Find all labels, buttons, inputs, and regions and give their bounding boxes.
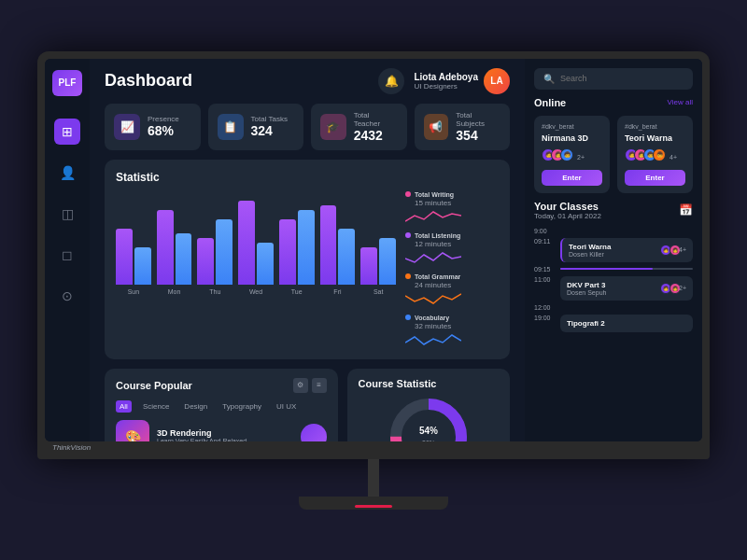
time-slot-0915: 09:15 xyxy=(534,266,693,273)
course-statistic-title: Course Statistic xyxy=(359,378,499,389)
legend-grammar: Total Grammar 24 minutes xyxy=(405,273,499,307)
stat-card-presence: 📈 Presence 68% xyxy=(105,104,201,150)
label-tue: Tue xyxy=(279,288,315,295)
time-slot-0911: 09:11 Teori Warna Dosen Killer 🧑 👩 xyxy=(534,238,693,262)
course-circle xyxy=(301,424,327,441)
bars-container xyxy=(116,191,396,285)
monitor-shell: PLF ⊞ 👤 ◫ ◻ ⊙ Dashboard 🔔 Liota Adeboya xyxy=(37,51,710,510)
bar-sun-blue xyxy=(134,247,151,285)
sidebar-item-home[interactable]: ⊞ xyxy=(54,119,80,145)
view-all-link[interactable]: View all xyxy=(668,98,693,106)
teacher-value: 2432 xyxy=(354,128,398,143)
teori-name: Teori Warna xyxy=(625,133,685,143)
avatar-3: 🧒 xyxy=(560,148,573,161)
bar-mon-purple xyxy=(157,210,174,285)
header: Dashboard 🔔 Liota Adeboya UI Designers L… xyxy=(90,59,525,104)
search-input[interactable] xyxy=(560,74,684,83)
page-title: Dashboard xyxy=(105,71,192,91)
time-1100: 11:00 xyxy=(534,276,555,283)
teori-enter-button[interactable]: Enter xyxy=(625,170,685,186)
your-classes-title: Your Classes xyxy=(534,201,601,212)
tasks-value: 324 xyxy=(251,123,288,138)
stat-card-tasks: 📋 Total Tasks 324 xyxy=(208,104,304,150)
dkv-count: 2+ xyxy=(679,285,686,291)
sidebar-item-layers[interactable]: ◫ xyxy=(54,201,80,227)
course-popular-title: Course Popular xyxy=(116,380,192,391)
teori-avatars: 🧑 👩 🧒 👦 xyxy=(625,148,662,161)
legend-listening: Total Listening 12 minutes xyxy=(405,232,499,266)
label-thu: Thu xyxy=(197,288,233,295)
bar-group-fri xyxy=(320,205,356,285)
nirmana-enter-button[interactable]: Enter xyxy=(542,170,602,186)
time-slot-900: 9:00 xyxy=(534,228,693,234)
list-action-icon[interactable]: ≡ xyxy=(312,378,327,393)
bar-group-tue xyxy=(279,210,315,285)
tab-all[interactable]: All xyxy=(116,400,132,413)
time-slots: 9:00 09:11 Teori Warna Dosen Killer xyxy=(534,228,693,336)
label-wed: Wed xyxy=(238,288,274,295)
label-sat: Sat xyxy=(360,288,396,295)
user-info: Liota Adeboya UI Designers LA xyxy=(414,68,510,94)
sidebar-item-chart[interactable]: ◻ xyxy=(54,242,80,268)
donut-chart: 54% 30% xyxy=(387,395,471,441)
online-title: Online xyxy=(534,97,566,108)
left-column: Statistic xyxy=(105,160,510,441)
calendar-icon[interactable]: 📅 xyxy=(679,203,693,217)
teori-warna-teacher: Dosen Killer xyxy=(569,251,611,258)
stat-card-teacher: 🎓 Total Teacher 2432 xyxy=(311,104,407,150)
tab-uiux[interactable]: UI UX xyxy=(273,400,300,413)
legend-title-writing: Total Writing xyxy=(415,191,454,198)
bar-thu-blue xyxy=(216,219,233,285)
bar-wed-blue xyxy=(257,243,274,285)
bar-tue-purple xyxy=(279,219,296,285)
time-0915: 09:15 xyxy=(534,266,555,273)
bar-group-thu xyxy=(197,219,233,285)
right-panel: 🔍 Online View all #dkv_berat Nirmana 3D … xyxy=(525,59,702,441)
bar-group-wed xyxy=(238,201,274,285)
class-card-dkv: DKV Part 3 Dosen Sepuh 🧑 👩 2+ xyxy=(560,276,693,301)
time-1900: 19:00 xyxy=(534,315,555,321)
class-card-teori-warna: Teori Warna Dosen Killer 🧑 👩 4+ xyxy=(560,238,693,262)
bar-group-mon xyxy=(157,210,192,285)
nirmana-tag: #dkv_berat xyxy=(542,123,602,130)
sparkline-writing xyxy=(405,208,461,225)
time-900: 9:00 xyxy=(534,228,555,234)
class-card-tipografi: Tipografi 2 xyxy=(560,315,693,332)
tab-science[interactable]: Science xyxy=(139,400,173,413)
bar-sun-purple xyxy=(116,229,133,285)
tw-count: 4+ xyxy=(679,246,686,253)
legend-value-vocabulary: 32 minutes xyxy=(405,322,499,330)
legend-title-listening: Total Listening xyxy=(415,232,460,239)
tab-design[interactable]: Design xyxy=(180,400,211,413)
sidebar-item-user[interactable]: 👤 xyxy=(54,160,80,186)
course-info: 3D Rendering Learn Very Easily And Relax… xyxy=(157,428,247,441)
card-actions: ⚙ ≡ xyxy=(293,378,327,393)
presence-label: Presence xyxy=(148,115,179,123)
legend-writing: Total Writing 15 minutes xyxy=(405,191,499,225)
chart-legend: Total Writing 15 minutes xyxy=(405,191,499,348)
presence-value: 68% xyxy=(148,123,179,138)
legend-dot-vocabulary xyxy=(405,315,411,320)
sparkline-grammar xyxy=(405,290,461,307)
tab-typography[interactable]: Typography xyxy=(218,400,265,413)
teori-warna-class-name: Teori Warna xyxy=(569,243,611,251)
dkv-class-name: DKV Part 3 xyxy=(567,281,606,289)
label-fri: Fri xyxy=(320,288,356,295)
progress-bar-container xyxy=(560,268,693,270)
time-0911: 09:11 xyxy=(534,238,555,245)
tab-row: All Science Design Typography UI UX xyxy=(116,400,327,413)
teacher-icon: 🎓 xyxy=(320,114,346,140)
presence-icon: 📈 xyxy=(114,114,140,140)
stats-row: 📈 Presence 68% 📋 Total Tasks 324 xyxy=(90,104,525,160)
logo: PLF xyxy=(52,70,82,96)
bar-sat-blue xyxy=(379,238,396,285)
screen: PLF ⊞ 👤 ◫ ◻ ⊙ Dashboard 🔔 Liota Adeboya xyxy=(45,59,702,441)
settings-action-icon[interactable]: ⚙ xyxy=(293,378,308,393)
sidebar-item-settings[interactable]: ⊙ xyxy=(54,283,80,309)
tasks-icon: 📋 xyxy=(218,114,244,140)
legend-dot-grammar xyxy=(405,273,411,279)
header-right: 🔔 Liota Adeboya UI Designers LA xyxy=(378,68,510,94)
notification-button[interactable]: 🔔 xyxy=(378,68,404,94)
teori-avatar-4: 👦 xyxy=(653,148,666,161)
bar-tue-blue xyxy=(298,210,315,285)
